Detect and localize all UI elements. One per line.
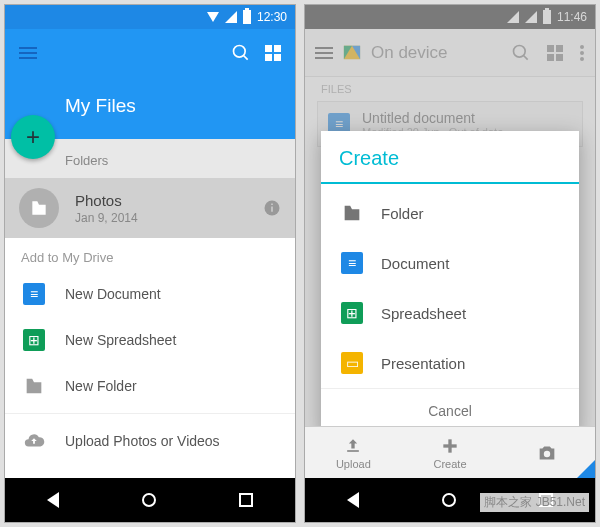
folder-row-photos[interactable]: Photos Jan 9, 2014	[5, 178, 295, 238]
nav-back-icon[interactable]	[347, 492, 359, 508]
document-icon: ≡	[341, 252, 363, 274]
option-label: Spreadsheet	[381, 305, 466, 322]
menu-icon[interactable]	[19, 47, 37, 59]
add-to-drive-label: Add to My Drive	[5, 238, 295, 271]
dialog-option-spreadsheet[interactable]: ⊞ Spreadsheet	[321, 288, 579, 338]
svg-line-1	[244, 56, 248, 60]
item-label: New Folder	[65, 378, 137, 394]
view-grid-icon[interactable]	[265, 45, 281, 61]
dialog-option-document[interactable]: ≡ Document	[321, 238, 579, 288]
folder-icon	[23, 375, 45, 397]
bottom-label: Upload	[336, 458, 371, 470]
upload-icon	[343, 436, 363, 456]
svg-point-0	[234, 46, 246, 58]
item-label: Upload Photos or Videos	[65, 433, 220, 449]
presentation-icon: ▭	[341, 352, 363, 374]
svg-rect-3	[271, 207, 273, 212]
screenshot-left: 12:30 My Files + Folders Photos Jan 9, 2…	[4, 4, 296, 523]
camera-icon	[536, 442, 558, 464]
item-new-spreadsheet[interactable]: ⊞ New Spreadsheet	[5, 317, 295, 363]
corner-indicator	[577, 460, 595, 478]
item-new-folder[interactable]: New Folder	[5, 363, 295, 409]
info-icon[interactable]	[263, 199, 281, 217]
item-label: New Document	[65, 286, 161, 302]
dialog-option-folder[interactable]: Folder	[321, 188, 579, 238]
wifi-icon	[225, 11, 237, 23]
screenshot-right: 11:46 On device FILES ≡ Untitled documen…	[304, 4, 596, 523]
item-new-document[interactable]: ≡ New Document	[5, 271, 295, 317]
bottom-create-button[interactable]: Create	[402, 427, 499, 478]
android-navbar	[5, 478, 295, 522]
bottom-action-bar: Upload Create	[305, 426, 595, 478]
svg-point-14	[543, 450, 549, 456]
svg-rect-4	[271, 204, 273, 206]
document-icon: ≡	[23, 283, 45, 305]
app-bar	[5, 29, 295, 77]
fab-add-button[interactable]: +	[11, 115, 55, 159]
folder-name: Photos	[75, 192, 138, 209]
nav-back-icon[interactable]	[47, 492, 59, 508]
option-label: Folder	[381, 205, 424, 222]
option-label: Presentation	[381, 355, 465, 372]
svg-rect-13	[443, 444, 456, 447]
item-label: New Spreadsheet	[65, 332, 176, 348]
bottom-upload-button[interactable]: Upload	[305, 427, 402, 478]
page-title: My Files	[65, 95, 136, 116]
dialog-title: Create	[321, 131, 579, 182]
folder-icon	[341, 202, 363, 224]
spreadsheet-icon: ⊞	[23, 329, 45, 351]
battery-icon	[243, 10, 251, 24]
folder-icon	[19, 188, 59, 228]
spreadsheet-icon: ⊞	[341, 302, 363, 324]
signal-icon	[207, 12, 219, 22]
status-time: 12:30	[257, 10, 287, 24]
search-icon[interactable]	[231, 43, 251, 63]
hero: My Files +	[5, 77, 295, 139]
dialog-option-presentation[interactable]: ▭ Presentation	[321, 338, 579, 388]
folder-date: Jan 9, 2014	[75, 211, 138, 225]
plus-icon	[440, 436, 460, 456]
item-upload[interactable]: Upload Photos or Videos	[5, 418, 295, 464]
divider	[321, 182, 579, 184]
svg-rect-11	[347, 450, 359, 452]
nav-recent-icon[interactable]	[239, 493, 253, 507]
option-label: Document	[381, 255, 449, 272]
nav-home-icon[interactable]	[142, 493, 156, 507]
nav-home-icon[interactable]	[442, 493, 456, 507]
bottom-label: Create	[433, 458, 466, 470]
status-bar: 12:30	[5, 5, 295, 29]
create-dialog: Create Folder ≡ Document ⊞ Spreadsheet ▭…	[321, 131, 579, 433]
cloud-upload-icon	[23, 430, 45, 452]
watermark: 脚本之家 JB51.Net	[480, 493, 589, 512]
